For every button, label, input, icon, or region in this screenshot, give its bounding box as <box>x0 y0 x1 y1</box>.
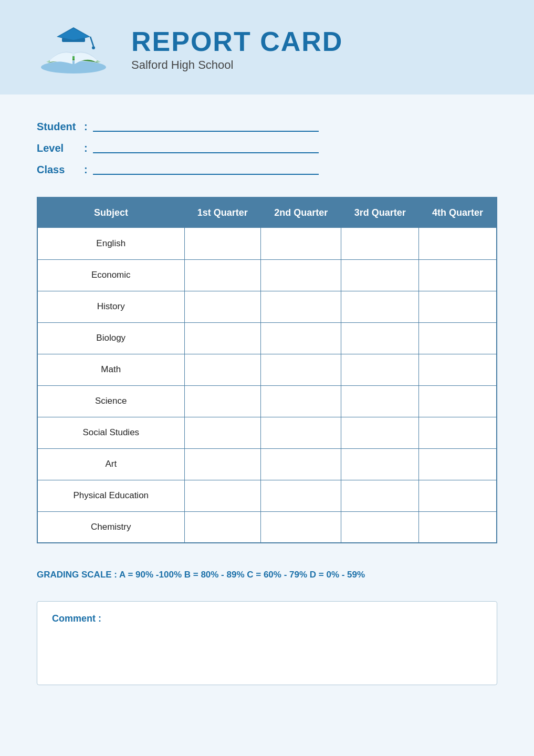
grades-table: Subject 1st Quarter 2nd Quarter 3rd Quar… <box>37 197 497 543</box>
student-line <box>93 131 319 132</box>
subject-cell: Physical Education <box>37 480 184 511</box>
table-row: Social Studies <box>37 417 497 448</box>
q4-cell <box>419 480 497 511</box>
q1-cell <box>184 417 261 448</box>
comment-box: Comment : <box>37 601 497 685</box>
q1-cell <box>184 259 261 291</box>
class-row: Class : <box>37 164 497 176</box>
subject-cell: Biology <box>37 322 184 354</box>
level-line <box>93 152 319 153</box>
q3-cell <box>341 259 419 291</box>
q2-cell <box>261 417 341 448</box>
q4-cell <box>419 354 497 385</box>
table-header-row: Subject 1st Quarter 2nd Quarter 3rd Quar… <box>37 197 497 228</box>
table-row: Biology <box>37 322 497 354</box>
subject-cell: Chemistry <box>37 511 184 543</box>
student-colon: : <box>84 121 88 133</box>
subject-cell: Math <box>37 354 184 385</box>
q1-cell <box>184 322 261 354</box>
table-row: Science <box>37 385 497 417</box>
subject-cell: Economic <box>37 259 184 291</box>
q2-cell <box>261 385 341 417</box>
class-line <box>93 174 319 175</box>
grading-scale-section: GRADING SCALE : A = 90% -100% B = 80% - … <box>37 564 497 585</box>
q4-cell <box>419 228 497 259</box>
grading-scale-label: GRADING SCALE : <box>37 570 117 580</box>
class-colon: : <box>84 164 88 176</box>
q1-cell <box>184 385 261 417</box>
q1-cell <box>184 511 261 543</box>
table-row: English <box>37 228 497 259</box>
q2-cell <box>261 448 341 480</box>
level-colon: : <box>84 142 88 154</box>
subject-cell: History <box>37 291 184 322</box>
header-section: REPORT CARD Salford High School <box>0 0 534 94</box>
col-q2: 2nd Quarter <box>261 197 341 228</box>
svg-point-5 <box>92 46 95 49</box>
svg-line-4 <box>90 37 93 46</box>
level-label: Level <box>37 142 84 154</box>
subject-cell: Art <box>37 448 184 480</box>
table-row: Economic <box>37 259 497 291</box>
report-card-title: REPORT CARD <box>131 28 343 55</box>
q3-cell <box>341 417 419 448</box>
q2-cell <box>261 511 341 543</box>
q4-cell <box>419 291 497 322</box>
student-row: Student : <box>37 121 497 133</box>
col-q3: 3rd Quarter <box>341 197 419 228</box>
q4-cell <box>419 322 497 354</box>
student-label: Student <box>37 121 84 133</box>
q1-cell <box>184 448 261 480</box>
q3-cell <box>341 354 419 385</box>
q3-cell <box>341 511 419 543</box>
q3-cell <box>341 385 419 417</box>
q2-cell <box>261 259 341 291</box>
level-row: Level : <box>37 142 497 154</box>
class-label: Class <box>37 164 84 176</box>
q1-cell <box>184 354 261 385</box>
q4-cell <box>419 385 497 417</box>
table-row: Physical Education <box>37 480 497 511</box>
q3-cell <box>341 448 419 480</box>
q3-cell <box>341 291 419 322</box>
q2-cell <box>261 322 341 354</box>
subject-cell: Science <box>37 385 184 417</box>
col-q1: 1st Quarter <box>184 197 261 228</box>
q4-cell <box>419 448 497 480</box>
q2-cell <box>261 291 341 322</box>
svg-point-0 <box>41 61 106 74</box>
q1-cell <box>184 480 261 511</box>
grading-scale-values: A = 90% -100% B = 80% - 89% C = 60% - 79… <box>119 570 365 580</box>
q4-cell <box>419 259 497 291</box>
q2-cell <box>261 228 341 259</box>
table-row: Chemistry <box>37 511 497 543</box>
subject-cell: English <box>37 228 184 259</box>
q2-cell <box>261 354 341 385</box>
table-row: Art <box>37 448 497 480</box>
q4-cell <box>419 511 497 543</box>
q4-cell <box>419 417 497 448</box>
header-text: REPORT CARD Salford High School <box>131 28 343 72</box>
main-content: Student : Level : Class : Subject 1st Qu… <box>0 94 534 706</box>
col-q4: 4th Quarter <box>419 197 497 228</box>
school-logo <box>32 21 116 79</box>
table-row: Math <box>37 354 497 385</box>
school-name: Salford High School <box>131 58 343 72</box>
q3-cell <box>341 322 419 354</box>
col-subject: Subject <box>37 197 184 228</box>
student-info-section: Student : Level : Class : <box>37 116 497 176</box>
q1-cell <box>184 291 261 322</box>
q3-cell <box>341 228 419 259</box>
comment-label: Comment : <box>52 613 482 624</box>
q3-cell <box>341 480 419 511</box>
q2-cell <box>261 480 341 511</box>
subject-cell: Social Studies <box>37 417 184 448</box>
table-row: History <box>37 291 497 322</box>
q1-cell <box>184 228 261 259</box>
